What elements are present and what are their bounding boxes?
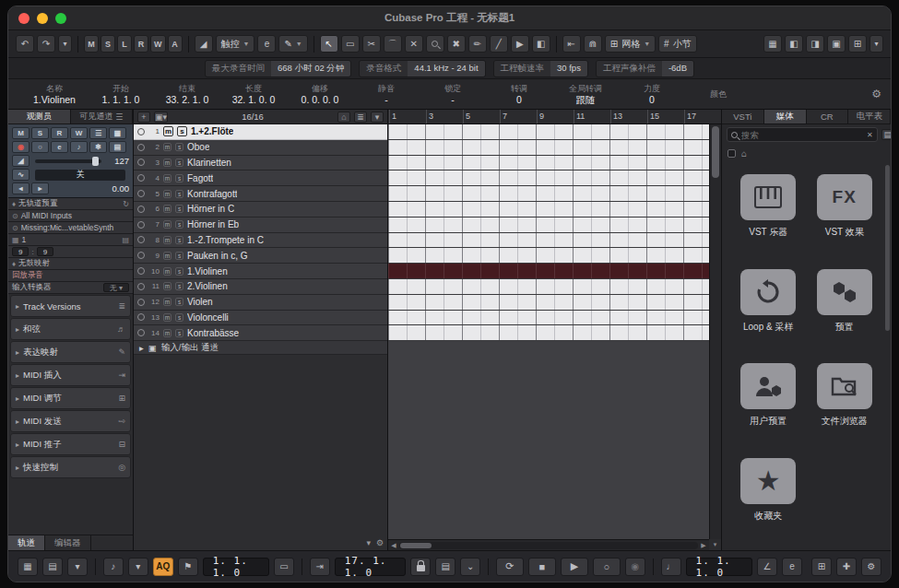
info-field-value[interactable]: 0 <box>619 94 685 106</box>
mute-button[interactable]: m <box>163 313 172 322</box>
scroll-right-icon[interactable]: ▶ <box>698 542 709 549</box>
edit-channel-button[interactable]: e <box>257 35 276 53</box>
punch-in-icon[interactable]: ▤ <box>435 558 455 576</box>
zoom-button[interactable] <box>55 13 66 24</box>
record-enable-icon[interactable] <box>137 206 145 213</box>
add-icon[interactable]: ✚ <box>836 558 857 576</box>
grid-type-dropdown[interactable]: ⊞ 网格 ▼ <box>605 35 656 53</box>
track-name[interactable]: 2.Violinen <box>187 281 228 291</box>
line-tool[interactable]: ╱ <box>490 35 508 53</box>
tile-presets[interactable]: 预置 <box>811 269 879 349</box>
chevron-down-icon[interactable]: ▾ <box>869 35 883 53</box>
color-tool[interactable]: ◧ <box>532 35 550 53</box>
view-grid-icon[interactable]: ▤ <box>881 129 892 140</box>
midi-part[interactable] <box>388 218 709 233</box>
primary-time-display[interactable]: 1. 1. 1. 0 <box>203 558 269 576</box>
solo-button[interactable]: s <box>175 252 183 260</box>
solo-button[interactable]: s <box>175 220 183 229</box>
mute-button[interactable]: m <box>163 126 173 136</box>
info-field-value[interactable]: - <box>353 94 420 106</box>
mute-button[interactable]: m <box>163 143 172 151</box>
volume-slider[interactable] <box>35 159 101 163</box>
mute-button[interactable]: m <box>163 190 172 198</box>
tab-editor[interactable]: 编辑器 <box>45 535 91 550</box>
info-field-value[interactable]: 33. 2. 1. 0 <box>154 94 220 106</box>
close-button[interactable] <box>18 13 30 24</box>
media-scrollbar[interactable] <box>885 165 890 532</box>
record-enable-icon[interactable] <box>137 190 145 197</box>
inspector-section-quick-controls[interactable]: ▸ 快速控制 ◎ <box>10 456 131 478</box>
track-name[interactable]: Fagott <box>187 173 213 183</box>
drum-map-row[interactable]: ♦ 无鼓映射 <box>8 258 133 270</box>
input-routing-row[interactable]: ⊙ All MIDI Inputs <box>8 210 133 222</box>
time-format-button[interactable]: ▭ <box>274 558 294 576</box>
mute-button[interactable]: m <box>163 329 172 337</box>
track-row[interactable]: 13 m s Violoncelli <box>134 311 387 326</box>
toolbar-setup-caret[interactable]: ▾ <box>58 35 72 53</box>
track-row[interactable]: 7 m s Hörner in Eb <box>134 218 387 233</box>
tile-vst-instruments[interactable]: VST 乐器 <box>735 174 802 254</box>
program-select-value[interactable]: 9 <box>37 247 53 256</box>
keyboard-icon[interactable]: ▤ <box>42 558 63 576</box>
track-type-filter-dropdown[interactable]: ▣▾ <box>154 112 168 123</box>
quarter-note-icon[interactable]: ♩ <box>661 558 681 576</box>
mute-button[interactable]: m <box>163 236 172 244</box>
track-row[interactable]: 5 m s Kontrafagott <box>134 186 387 202</box>
inspector-section-midi-sends[interactable]: ▸ MIDI 发送 ⇨ <box>10 410 131 432</box>
io-channels-folder-row[interactable]: ▸ ▣ 输入/输出 通道 <box>134 341 387 355</box>
lower-zone-toggle[interactable]: ◨ <box>806 35 824 53</box>
solo-button[interactable]: s <box>175 298 183 306</box>
edit-channel-button[interactable]: e <box>51 141 68 153</box>
mute-button[interactable]: m <box>163 220 172 229</box>
snap-button[interactable]: ⋒ <box>584 35 602 53</box>
solo-button[interactable]: s <box>175 267 183 276</box>
tab-visible-channels[interactable]: 可见通道☰ <box>71 110 134 123</box>
inspector-section-expression-map[interactable]: ▸ 表达映射 ✎ <box>10 341 131 363</box>
inspector-section-midi-fader[interactable]: ▸ MIDI 推子 ⊟ <box>10 433 131 455</box>
stop-button[interactable]: ■ <box>528 558 556 576</box>
tab-cr[interactable]: CR <box>807 110 849 123</box>
status-value[interactable]: 30 fps <box>550 61 587 76</box>
record-enable-icon[interactable] <box>137 236 145 243</box>
midi-part[interactable] <box>388 325 709 341</box>
midi-part[interactable] <box>388 202 709 218</box>
nudge-palette-button[interactable]: ⇤ <box>562 35 581 53</box>
tab-tracks[interactable]: 轨道 <box>8 535 45 550</box>
chevron-down-icon[interactable]: ▾ <box>128 558 148 576</box>
write-automation-button[interactable]: W <box>70 127 88 139</box>
zoom-tool[interactable] <box>426 35 444 53</box>
secondary-time-display[interactable]: 1. 1. 1. 0 <box>686 558 752 576</box>
midi-part[interactable] <box>388 311 709 326</box>
object-selection-tool[interactable]: ↖ <box>320 35 338 53</box>
status-value[interactable]: 668 小时 02 分钟 <box>271 61 350 76</box>
info-field-value[interactable]: 0. 0. 0. 0 <box>287 94 353 106</box>
record-enable-icon[interactable] <box>137 159 145 166</box>
status-value[interactable]: 44.1 kHz - 24 bit <box>408 61 484 76</box>
solo-button[interactable]: s <box>175 190 183 198</box>
record-enable-icon[interactable] <box>137 144 145 151</box>
filter-checkbox[interactable] <box>727 149 736 158</box>
read-automation-button[interactable]: R <box>51 127 68 139</box>
clear-search-icon[interactable]: ✕ <box>867 131 873 139</box>
solo-button[interactable]: s <box>175 159 183 167</box>
track-row[interactable]: 14 m s Kontrabässe <box>134 325 387 341</box>
erase-tool[interactable]: ✕ <box>405 35 423 53</box>
midi-part[interactable] <box>388 233 709 249</box>
track-name[interactable]: 1.+2.Flöte <box>191 126 233 136</box>
tempo-icon[interactable]: ∠ <box>757 558 777 576</box>
inspector-section-chords[interactable]: ▸ 和弦 ♬ <box>10 318 131 340</box>
solo-button[interactable]: S <box>31 127 49 139</box>
gear-icon[interactable]: ⚙ <box>861 558 881 576</box>
record-enable-icon[interactable] <box>137 221 145 229</box>
play-button[interactable]: ▶ <box>561 558 588 576</box>
tile-user-presets[interactable]: 用户预置 <box>735 363 802 443</box>
locator-icon[interactable]: ⇥ <box>310 558 330 576</box>
channel-state-button[interactable]: R <box>134 35 148 53</box>
midi-part[interactable] <box>388 186 709 202</box>
inspector-section-track-versions[interactable]: ▸ Track Versions ≣ <box>10 295 131 317</box>
track-name[interactable]: Klarinetten <box>187 158 231 168</box>
channel-state-button[interactable]: S <box>101 35 115 53</box>
search-box[interactable]: ✕ <box>727 127 878 142</box>
pan-value[interactable]: 关 <box>35 170 125 181</box>
delay-left-icon[interactable]: ◂ <box>12 182 30 194</box>
